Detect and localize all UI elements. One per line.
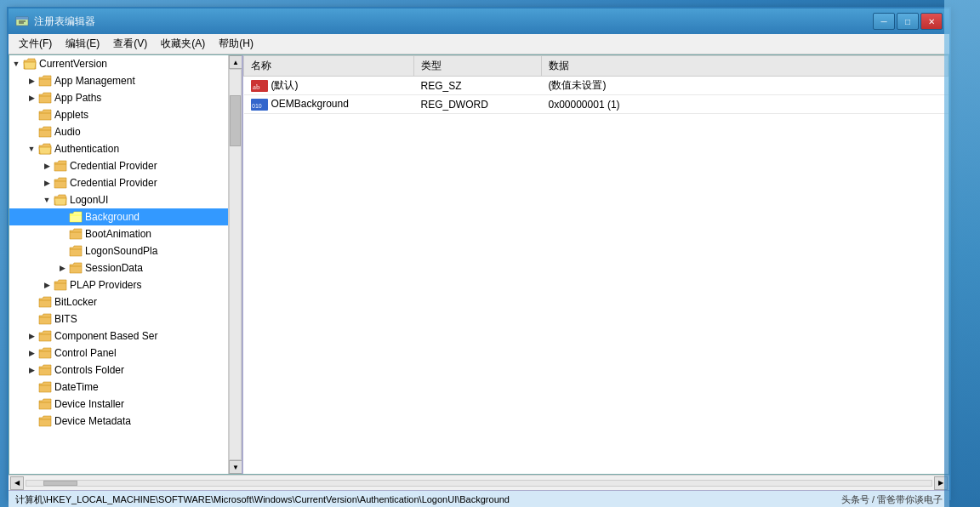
menu-edit[interactable]: 编辑(E): [59, 35, 106, 53]
svg-rect-1: [16, 17, 28, 20]
expand-icon: [55, 227, 69, 241]
reg-name-cell: 010 OEMBackground: [244, 95, 414, 114]
registry-table: 名称 类型 数据 ab (默认)REG_SZ(数值未设置) 010 OEMBac…: [243, 55, 949, 114]
expand-icon[interactable]: ▼: [9, 57, 23, 71]
expand-icon[interactable]: ▶: [25, 329, 38, 343]
minimize-button[interactable]: ─: [873, 13, 895, 30]
folder-icon: [69, 245, 83, 257]
menu-favorites[interactable]: 收藏夹(A): [154, 35, 212, 53]
folder-icon: [69, 228, 83, 240]
tree-node-bootanimation[interactable]: BootAnimation: [9, 225, 228, 242]
tree-node-label: App Paths: [54, 92, 101, 104]
tree-node-appmanagement[interactable]: ▶ App Management: [9, 72, 228, 89]
tree-node-bits[interactable]: BITS: [9, 310, 228, 328]
tree-node-logonsoundpla[interactable]: LogonSoundPla: [9, 242, 228, 259]
folder-icon: [38, 109, 52, 121]
expand-icon[interactable]: ▼: [40, 193, 54, 207]
expand-icon[interactable]: ▶: [40, 159, 54, 173]
window-controls: ─ □ ✕: [873, 13, 943, 30]
tree-node-label: App Management: [54, 75, 135, 87]
folder-icon: [54, 160, 67, 172]
tree-node-label: Applets: [54, 109, 88, 121]
folder-icon: [38, 126, 52, 138]
tree-node-deviceinstaller[interactable]: Device Installer: [9, 396, 228, 413]
tree-node-applets[interactable]: Applets: [9, 106, 228, 123]
watermark-text: 头条号 / 雷爸带你谈电子: [841, 493, 943, 506]
expand-icon: [55, 210, 69, 224]
folder-icon: [23, 58, 37, 70]
expand-icon[interactable]: ▶: [25, 74, 38, 88]
registry-editor-window: 注册表编辑器 ─ □ ✕ 文件(F) 编辑(E) 查看(V) 收藏夹(A) 帮助…: [7, 7, 951, 500]
close-button[interactable]: ✕: [920, 13, 943, 30]
tree-node-controlsfolder[interactable]: ▶ Controls Folder: [9, 362, 228, 379]
svg-text:010: 010: [252, 103, 262, 109]
folder-icon: [38, 75, 52, 87]
main-content: ▼ CurrentVersion▶ App Management▶ App Pa…: [9, 54, 949, 475]
expand-icon: [25, 414, 38, 428]
maximize-button[interactable]: □: [897, 13, 919, 30]
folder-icon: [54, 194, 67, 206]
horizontal-scrollbar[interactable]: ◀ ▶: [9, 475, 949, 490]
tree-node-label: Authentication: [54, 143, 119, 155]
col-data: 数据: [542, 56, 949, 77]
expand-icon[interactable]: ▶: [25, 346, 38, 360]
expand-icon[interactable]: ▶: [55, 261, 69, 275]
folder-icon: [38, 381, 52, 393]
expand-icon: [25, 125, 38, 139]
tree-node-label: Credential Provider: [70, 160, 157, 172]
tree-node-label: BitLocker: [54, 296, 97, 308]
folder-icon: [38, 313, 52, 325]
folder-icon: [38, 92, 52, 104]
tree-node-credprovider2[interactable]: ▶ Credential Provider: [9, 174, 228, 191]
tree-node-devicemetadata[interactable]: Device Metadata: [9, 413, 228, 430]
scroll-left-button[interactable]: ◀: [10, 476, 24, 490]
tree-node-bitlocker[interactable]: BitLocker: [9, 293, 228, 310]
reg-data-cell: 0x00000001 (1): [542, 95, 949, 114]
expand-icon[interactable]: ▼: [25, 142, 38, 156]
table-row[interactable]: ab (默认)REG_SZ(数值未设置): [244, 77, 949, 95]
tree-node-logonui[interactable]: ▼ LogonUI: [9, 191, 228, 208]
tree-node-authentication[interactable]: ▼ Authentication: [9, 140, 228, 157]
registry-values-panel: 名称 类型 数据 ab (默认)REG_SZ(数值未设置) 010 OEMBac…: [243, 55, 949, 474]
tree-node-label: CurrentVersion: [39, 58, 107, 70]
svg-text:ab: ab: [253, 83, 260, 91]
menu-file[interactable]: 文件(F): [12, 35, 59, 53]
menu-help[interactable]: 帮助(H): [212, 35, 260, 53]
tree-node-apppaths[interactable]: ▶ App Paths: [9, 89, 228, 106]
registry-tree[interactable]: ▼ CurrentVersion▶ App Management▶ App Pa…: [9, 55, 228, 474]
desktop: 注册表编辑器 ─ □ ✕ 文件(F) 编辑(E) 查看(V) 收藏夹(A) 帮助…: [0, 0, 980, 507]
expand-icon: [25, 380, 38, 394]
tree-node-datetime[interactable]: DateTime: [9, 379, 228, 396]
tree-node-credprovider1[interactable]: ▶ Credential Provider: [9, 157, 228, 174]
h-scroll-track[interactable]: [26, 480, 932, 487]
expand-icon: [55, 244, 69, 258]
tree-node-controlpanel[interactable]: ▶ Control Panel: [9, 345, 228, 362]
table-row[interactable]: 010 OEMBackgroundREG_DWORD0x00000001 (1): [244, 95, 949, 114]
folder-icon: [38, 143, 52, 155]
tree-node-label: Component Based Ser: [54, 330, 157, 342]
menu-view[interactable]: 查看(V): [106, 35, 154, 53]
tree-vertical-scrollbar[interactable]: ▲ ▼: [228, 55, 242, 474]
tree-node-label: BootAnimation: [85, 228, 151, 240]
scroll-up-button[interactable]: ▲: [229, 55, 242, 69]
registry-path: 计算机\HKEY_LOCAL_MACHINE\SOFTWARE\Microsof…: [15, 493, 841, 506]
folder-icon: [54, 279, 67, 291]
tree-node-currentversion[interactable]: ▼ CurrentVersion: [9, 55, 228, 72]
tree-node-plapproviders[interactable]: ▶ PLAP Providers: [9, 276, 228, 293]
tree-node-label: Device Metadata: [54, 415, 131, 427]
h-scroll-thumb[interactable]: [43, 481, 77, 486]
expand-icon[interactable]: ▶: [40, 176, 54, 190]
tree-node-audio[interactable]: Audio: [9, 123, 228, 140]
expand-icon[interactable]: ▶: [25, 91, 38, 105]
scroll-track[interactable]: [229, 69, 242, 460]
tree-node-background[interactable]: Background: [9, 208, 228, 225]
folder-icon: [69, 211, 83, 223]
tree-node-label: DateTime: [54, 381, 99, 393]
expand-icon[interactable]: ▶: [25, 363, 38, 377]
tree-node-componentbasedser[interactable]: ▶ Component Based Ser: [9, 328, 228, 345]
scroll-down-button[interactable]: ▼: [229, 460, 242, 474]
tree-node-label: Background: [85, 211, 140, 223]
scroll-thumb[interactable]: [230, 95, 241, 146]
tree-node-sessiondata[interactable]: ▶ SessionData: [9, 259, 228, 276]
expand-icon[interactable]: ▶: [40, 278, 54, 292]
